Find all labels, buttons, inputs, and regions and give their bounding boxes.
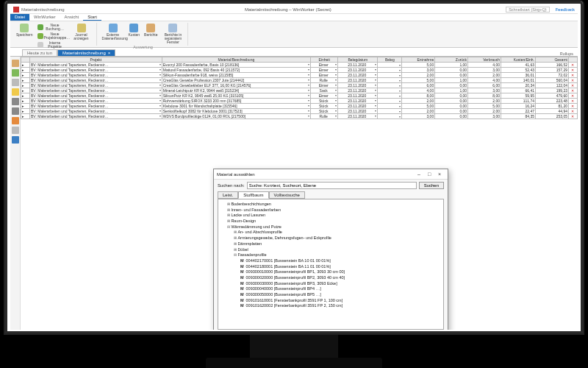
btn-interne-projekte[interactable]: Interne Projekte <box>36 40 68 49</box>
btn-berichte[interactable]: Berichte <box>143 23 159 38</box>
left-sidebar <box>10 57 21 330</box>
col-einheit[interactable]: Einheit <box>310 57 337 63</box>
btn-neue-projektmappe[interactable]: Neue Projektmappe… <box>36 32 68 40</box>
tree-leaf[interactable]: M 004402170001 [Bossenstein BA 10 01 00 … <box>240 258 441 264</box>
tree-leaf[interactable]: M 009300030000 [Bossensteinprofil BP3, 3… <box>240 281 441 287</box>
quick-access[interactable]: Schnellstart (Strg+Q) <box>506 7 550 13</box>
col-zurueck[interactable]: Zurück <box>435 57 468 63</box>
document-tabs: Heute zu tun Materialmitschreibung× Roll… <box>10 48 578 57</box>
table-row[interactable]: ▸BV: Malerarbeiten und Tapezieren, Recke… <box>21 83 578 88</box>
sidebar-icon-8[interactable] <box>12 127 19 134</box>
table-row[interactable]: ▸BV: Malerarbeiten und Tapezieren, Recke… <box>21 68 578 73</box>
btn-kosten[interactable]: Kosten <box>127 23 142 38</box>
tree-node[interactable]: Lacke und Lasuren <box>227 213 441 219</box>
cost-icon <box>129 24 138 32</box>
sidebar-icon-6[interactable] <box>12 107 19 115</box>
tree-leaf[interactable]: M 004402180001 [Bossenstein BA 11 01 00 … <box>240 264 441 270</box>
btn-journal[interactable]: Journal anzeigen <box>69 23 94 41</box>
sidebar-icon-9[interactable] <box>12 136 19 144</box>
window-icon <box>168 24 177 32</box>
window-title: Materialmitschreibung – WinWorker (Secre… <box>71 7 506 12</box>
ribbon-tab-start[interactable]: Start <box>83 14 101 21</box>
tree-node-open[interactable]: Wärmedämmung und PutzeAn- und Abschlussp… <box>227 224 441 309</box>
maximize-icon[interactable]: □ <box>424 171 434 177</box>
sidebar-icon-1[interactable] <box>12 60 19 67</box>
col-gesamt[interactable]: Gesamt <box>536 57 569 63</box>
close-dialog-icon[interactable]: × <box>434 171 445 177</box>
ribbon-tab-strip: Datei WinWorker Ansicht Materialmitschre… <box>10 14 578 21</box>
col-entnahme[interactable]: Entnahme <box>402 57 435 63</box>
table-row[interactable]: ▸BV: Malerarbeiten und Tapezieren, Recke… <box>21 109 578 114</box>
tree-node[interactable]: Bodenbeschichtungen <box>227 202 441 208</box>
col-material[interactable]: Material/Beschreibung <box>162 57 310 63</box>
sidebar-icon-7[interactable] <box>12 117 19 124</box>
tree-node-open[interactable]: FassadenprofileM 004402170001 [Bossenste… <box>234 252 441 309</box>
search-label: Suchen nach: <box>218 183 245 188</box>
report-icon <box>146 24 155 32</box>
sidebar-icon-3[interactable] <box>12 79 19 86</box>
tree-node[interactable]: Innen- und Fassadenfarben <box>227 208 441 213</box>
title-left: Materialmitschreibung <box>21 7 65 12</box>
import-icon <box>109 24 118 32</box>
col-beleg[interactable]: Beleg <box>378 57 402 63</box>
table-row[interactable]: ▸BV: Malerarbeiten und Tapezieren, Recke… <box>21 73 578 78</box>
dlg-tab-stoffbaum[interactable]: Stoffbaum <box>238 191 268 199</box>
tree-node[interactable]: An- und Abschlussprofile <box>234 230 441 236</box>
table-row[interactable]: ▸BV: Malerarbeiten und Tapezieren, Recke… <box>21 78 578 83</box>
journal-icon <box>77 24 86 32</box>
folder-icon <box>37 42 43 48</box>
ribbon-tab-winworker[interactable]: WinWorker <box>29 14 60 21</box>
folder-plus-icon <box>37 33 43 39</box>
ribbon: Speichern Neue Buchung… Neue Projektmapp… <box>10 21 578 48</box>
close-icon[interactable]: × <box>108 51 111 55</box>
ribbon-tab-file[interactable]: Datei <box>10 14 29 21</box>
feedback-link[interactable]: Feedback <box>556 7 575 12</box>
search-input[interactable] <box>247 182 417 189</box>
tab-material[interactable]: Materialmitschreibung× <box>57 49 115 56</box>
tree-leaf[interactable]: M 009300040000 [Bossensteinprofil BP4 …] <box>240 286 441 292</box>
tab-heute[interactable]: Heute zu tun <box>22 49 57 56</box>
material-table[interactable]: Projekt Material/Beschreibung Einheit Be… <box>21 57 578 119</box>
tree-node[interactable]: Armierungsgewebe, Dehnungsfugen- und Eck… <box>234 236 441 241</box>
btn-neue-buchung[interactable]: Neue Buchung… <box>36 23 68 32</box>
table-row[interactable]: ▸BV: Malerarbeiten und Tapezieren, Recke… <box>21 93 578 99</box>
sidebar-icon-4[interactable] <box>12 88 19 96</box>
col-belegdatum[interactable]: Belegdatum <box>338 57 378 63</box>
tree-leaf[interactable]: M 009300020000 [Bossensteinprofil BP2, 3… <box>240 275 441 281</box>
table-row[interactable]: ▸BV: Malerarbeiten und Tapezieren, Recke… <box>21 114 578 119</box>
dialog-title: Material auswählen <box>217 172 255 177</box>
table-row[interactable]: ▸BV: Malerarbeiten und Tapezieren, Recke… <box>21 99 578 104</box>
table-row[interactable]: ▸BV: Malerarbeiten und Tapezieren, Recke… <box>21 104 578 109</box>
table-row[interactable]: ▸BV: Malerarbeiten und Tapezieren, Recke… <box>21 88 578 93</box>
sidebar-icon-2[interactable] <box>12 69 19 77</box>
dlg-tab-volltext[interactable]: Volltextsuche <box>269 191 305 199</box>
title-bar: Materialmitschreibung Materialmitschreib… <box>10 5 578 14</box>
plus-icon <box>37 24 43 30</box>
col-kosten[interactable]: Kosten/Einh. <box>501 57 536 63</box>
tree-leaf[interactable]: M 009300050000 [Bossensteinprofil BP5 …] <box>240 292 441 298</box>
group-auswertung-label: Auswertung <box>133 45 152 49</box>
dlg-tab-leist[interactable]: Leist. <box>218 191 238 199</box>
sidebar-icon-5[interactable] <box>12 98 19 105</box>
material-dialog: Material auswählen – □ × Suchen nach: Su… <box>213 169 448 330</box>
tree-leaf[interactable]: M 009300010000 [Bossensteinprofil BP1, 3… <box>240 269 441 275</box>
app-icon <box>13 7 19 13</box>
save-icon <box>20 24 29 32</box>
table-row[interactable]: ▸BV: Malerarbeiten und Tapezieren, Recke… <box>21 63 578 68</box>
minimize-icon[interactable]: – <box>414 171 424 177</box>
tree-leaf[interactable]: M 009101620002 [Fensterbankprofil 3591 F… <box>240 303 441 309</box>
col-projekt[interactable]: Projekt <box>29 57 162 63</box>
search-button[interactable]: Suchen <box>419 182 444 189</box>
col-verbrauch[interactable]: Verbrauch <box>468 57 501 63</box>
tree-node[interactable]: Dämmplatten <box>234 241 441 247</box>
tree-node[interactable]: Dübel <box>234 247 441 253</box>
btn-sep-fenster[interactable]: Berichte in separatem Fenster <box>160 23 185 45</box>
rollups-link[interactable]: Rollups <box>560 52 578 56</box>
tree-node[interactable]: Raum-Design <box>227 219 441 224</box>
btn-speichern[interactable]: Speichern <box>15 23 35 38</box>
material-tree[interactable]: BodenbeschichtungenInnen- und Fassadenfa… <box>220 202 441 309</box>
btn-externe[interactable]: Externe Datenerfassung <box>101 23 126 41</box>
tree-leaf[interactable]: M 009101610001 [Fensterbankprofil 3591 F… <box>240 298 441 304</box>
ribbon-tab-ansicht[interactable]: Ansicht <box>60 14 84 21</box>
